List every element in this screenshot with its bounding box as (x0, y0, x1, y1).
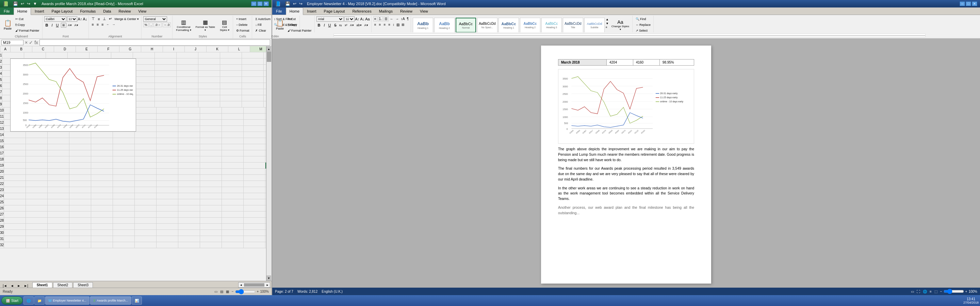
grid-cell[interactable] (200, 224, 222, 230)
grid-cell[interactable] (135, 217, 156, 224)
grid-cell[interactable] (69, 224, 91, 230)
grid-cell[interactable] (178, 211, 200, 217)
grid-cell[interactable] (222, 217, 243, 224)
grid-cell[interactable] (266, 138, 266, 144)
grid-cell[interactable] (222, 120, 243, 126)
excel-undo-btn[interactable]: ↩ (20, 1, 25, 6)
excel-font-name[interactable]: Calibri (44, 16, 66, 22)
excel-zoom-out-btn[interactable]: − (232, 290, 234, 293)
grid-cell[interactable] (4, 187, 26, 193)
word-line-spacing-btn[interactable]: ↕ (392, 22, 395, 27)
grid-cell[interactable] (69, 205, 91, 211)
grid-cell[interactable] (48, 169, 69, 175)
grid-cell[interactable] (198, 65, 220, 71)
grid-cell[interactable] (178, 138, 200, 144)
grid-cell[interactable] (113, 199, 135, 205)
word-numbering-btn[interactable]: 1. (378, 16, 383, 21)
row-header-24[interactable]: 24 (0, 193, 4, 199)
grid-cell[interactable] (48, 144, 69, 150)
grid-cell[interactable] (113, 144, 135, 150)
grid-cell[interactable] (69, 187, 91, 193)
scroll-down-btn[interactable]: ▼ (266, 275, 271, 281)
excel-align-middle-btn[interactable]: ≡ (97, 17, 101, 21)
grid-cell[interactable] (135, 163, 156, 169)
grid-cell[interactable] (48, 175, 69, 181)
grid-cell[interactable] (222, 144, 243, 150)
grid-cell[interactable] (133, 101, 155, 108)
grid-cell[interactable] (135, 144, 156, 150)
grid-cell[interactable] (198, 89, 220, 95)
word-increase-indent-btn[interactable]: → (395, 17, 399, 21)
excel-sheet-tab-2[interactable]: Sheet2 (53, 282, 73, 288)
grid-cell[interactable] (113, 193, 135, 199)
grid-cell[interactable] (222, 175, 243, 181)
grid-cell[interactable] (48, 138, 69, 144)
grid-cell[interactable] (220, 89, 242, 95)
grid-cell[interactable] (200, 242, 222, 248)
grid-cell[interactable] (133, 77, 155, 83)
grid-cell[interactable] (26, 175, 48, 181)
excel-format-as-table-btn[interactable]: ▦ Format as Table ▾ (194, 16, 217, 34)
word-style-h3-btn[interactable]: AaBbCc Heading 3 (541, 18, 562, 33)
grid-cell[interactable] (91, 199, 113, 205)
grid-cell[interactable] (91, 193, 113, 199)
grid-cell[interactable] (243, 230, 266, 236)
word-save-btn[interactable]: 💾 (284, 1, 291, 6)
grid-cell[interactable] (266, 205, 266, 211)
excel-layout-preview-btn[interactable]: ▦ (226, 290, 229, 293)
row-header-15[interactable]: 15 (0, 138, 4, 144)
excel-percent-btn[interactable]: % (143, 22, 149, 27)
grid-cell[interactable] (222, 211, 243, 217)
word-close-btn[interactable]: ✕ (972, 2, 977, 6)
word-styles-more-btn[interactable]: ≡ (606, 26, 609, 29)
row-header-28[interactable]: 28 (0, 217, 4, 224)
col-header-c[interactable]: C (32, 46, 54, 52)
grid-cell[interactable] (198, 71, 220, 77)
excel-merge-btn[interactable]: Merge & Center ▾ (114, 17, 140, 21)
grid-cell[interactable] (266, 217, 266, 224)
grid-cell[interactable] (4, 224, 26, 230)
word-layout-outline-btn[interactable]: ≡ (930, 290, 932, 293)
word-tab-file[interactable]: File (272, 8, 286, 14)
grid-cell[interactable] (266, 156, 266, 163)
word-tab-view[interactable]: View (416, 8, 432, 14)
grid-cell[interactable] (264, 83, 266, 89)
grid-cell[interactable] (69, 132, 91, 138)
grid-cell[interactable] (266, 211, 266, 217)
word-tab-mailings[interactable]: Mailings (375, 8, 396, 14)
grid-cell[interactable] (243, 217, 266, 224)
grid-cell[interactable] (113, 217, 135, 224)
excel-align-top-btn[interactable]: ⊤ (91, 16, 96, 21)
grid-cell[interactable] (177, 52, 198, 59)
excel-dropdown-btn[interactable]: ▼ (32, 1, 38, 6)
grid-cell[interactable] (266, 224, 266, 230)
grid-cell[interactable] (266, 126, 266, 132)
grid-cell[interactable] (69, 138, 91, 144)
grid-cell[interactable] (48, 230, 69, 236)
excel-sheet-tab-3[interactable]: Sheet3 (73, 282, 93, 288)
excel-comma-btn[interactable]: , (150, 22, 153, 27)
grid-cell[interactable] (266, 169, 266, 175)
grid-cell[interactable] (156, 156, 178, 163)
grid-cell[interactable] (135, 108, 156, 114)
grid-cell[interactable] (135, 132, 156, 138)
row-header-13[interactable]: 13 (0, 126, 4, 132)
grid-cell[interactable] (264, 101, 266, 108)
word-align-left-btn[interactable]: ≡ (373, 22, 377, 27)
excel-decimal-increase-btn[interactable]: .0→ (153, 22, 162, 27)
word-layout-full-screen-btn[interactable]: ⛶ (917, 290, 920, 293)
scroll-left-btn[interactable]: ◄ (239, 284, 243, 287)
word-font-size[interactable]: 12 (344, 16, 355, 22)
grid-cell[interactable] (91, 144, 113, 150)
grid-cell[interactable] (156, 150, 178, 156)
grid-cell[interactable] (69, 211, 91, 217)
grid-cell[interactable] (243, 120, 266, 126)
grid-cell[interactable] (135, 181, 156, 187)
grid-cell[interactable] (155, 89, 177, 95)
excel-underline-btn[interactable]: U (55, 22, 60, 28)
taskbar-ie-btn[interactable]: 🌐 (24, 296, 34, 304)
word-undo-btn[interactable]: ↩ (292, 1, 298, 6)
grid-cell[interactable] (222, 156, 243, 163)
grid-cell[interactable] (69, 193, 91, 199)
grid-cell[interactable] (4, 144, 26, 150)
